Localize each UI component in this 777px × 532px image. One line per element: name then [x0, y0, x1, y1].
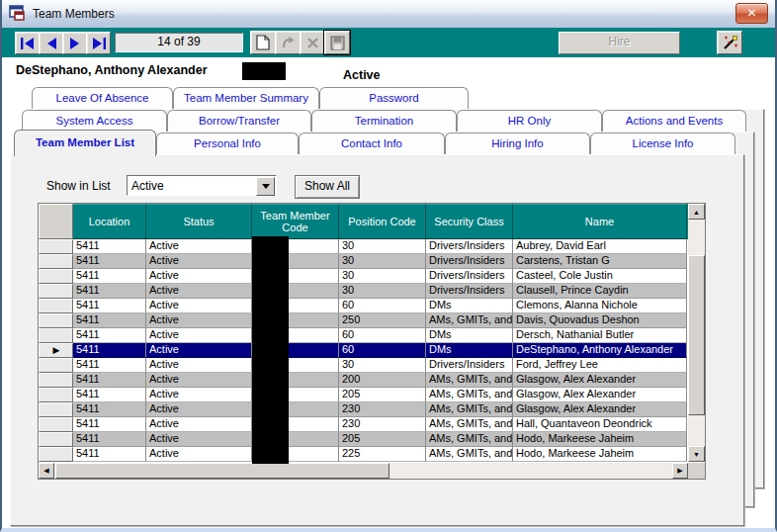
grid-cell[interactable]: 250 — [339, 313, 426, 328]
grid-cell[interactable]: 230 — [339, 402, 426, 417]
tab-leave-of-absence[interactable]: Leave Of Absence — [32, 87, 173, 109]
row-selector[interactable] — [39, 417, 73, 432]
row-selector[interactable] — [39, 358, 73, 373]
grid-cell[interactable]: Glasgow, Alex Alexander — [513, 388, 687, 402]
grid-cell[interactable]: 5411 — [73, 388, 146, 402]
grid-cell[interactable]: Active — [146, 447, 252, 462]
table-row[interactable]: 5411Active30Drivers/InsidersClausell, Pr… — [39, 284, 688, 299]
table-row[interactable]: 5411Active250AMs, GMITs, and SDavis, Quo… — [39, 313, 688, 328]
grid-cell[interactable]: 30 — [339, 254, 426, 269]
tab-contact-info[interactable]: Contact Info — [299, 133, 445, 154]
row-selector[interactable] — [39, 254, 73, 269]
grid-cell[interactable]: 5411 — [73, 254, 146, 269]
grid-cell[interactable]: 30 — [339, 358, 426, 373]
grid-cell[interactable]: Active — [146, 239, 252, 254]
row-selector[interactable] — [39, 284, 73, 299]
new-record-button[interactable] — [250, 31, 276, 54]
tab-team-member-list[interactable]: Team Member List — [14, 130, 156, 156]
row-selector[interactable] — [39, 328, 73, 343]
table-row[interactable]: 5411Active205AMs, GMITs, and SGlasgow, A… — [39, 388, 688, 402]
tab-termination[interactable]: Termination — [311, 110, 457, 132]
scroll-left-icon[interactable]: ◀ — [39, 463, 54, 479]
grid-cell[interactable]: 5411 — [73, 269, 146, 284]
next-record-button[interactable] — [62, 32, 87, 54]
table-row[interactable]: 5411Active225AMs, GMITs, and SHodo, Mark… — [39, 447, 688, 462]
grid-cell[interactable]: Hodo, Markeese Jaheim — [513, 447, 687, 462]
close-button[interactable]: ✕ — [735, 3, 768, 24]
grid-cell[interactable]: 5411 — [73, 299, 146, 313]
row-selector[interactable]: ▶ — [39, 343, 73, 358]
grid-cell[interactable]: Active — [146, 343, 252, 358]
grid-header-status[interactable]: Status — [146, 204, 252, 239]
tab-personal-info[interactable]: Personal Info — [156, 133, 299, 154]
first-record-button[interactable] — [15, 32, 40, 54]
row-selector[interactable] — [39, 447, 73, 462]
grid-cell[interactable]: Clemons, Alanna Nichole — [513, 299, 687, 313]
tab-hr-only[interactable]: HR Only — [457, 110, 602, 132]
grid-cell[interactable]: DMs — [426, 299, 513, 313]
grid-cell[interactable]: Casteel, Cole Justin — [513, 269, 687, 284]
horizontal-scroll-thumb[interactable] — [55, 463, 389, 479]
grid-cell[interactable]: 60 — [339, 328, 426, 343]
grid-cell[interactable]: 225 — [339, 447, 426, 462]
grid-cell[interactable]: 5411 — [73, 358, 146, 373]
row-selector[interactable] — [39, 239, 73, 254]
table-row[interactable]: 5411Active60DMsDersch, Nathanial Butler — [39, 328, 688, 343]
row-selector[interactable] — [39, 388, 73, 402]
grid-cell[interactable]: 5411 — [73, 284, 146, 299]
grid-cell[interactable]: 230 — [339, 417, 426, 432]
undo-button[interactable] — [275, 31, 301, 54]
row-selector[interactable] — [39, 402, 73, 417]
grid-cell[interactable]: AMs, GMITs, and S — [426, 402, 513, 417]
grid-cell[interactable]: Glasgow, Alex Alexander — [513, 373, 687, 388]
tab-hiring-info[interactable]: Hiring Info — [445, 133, 590, 154]
grid-header-name[interactable]: Name — [513, 204, 687, 239]
grid-cell[interactable]: AMs, GMITs, and S — [426, 388, 513, 402]
grid-cell[interactable]: Active — [146, 254, 252, 269]
grid-header-location[interactable]: Location — [73, 204, 146, 239]
vertical-scroll-thumb[interactable] — [688, 255, 705, 415]
grid-cell[interactable]: 30 — [339, 284, 426, 299]
grid-cell[interactable]: Active — [146, 284, 252, 299]
grid-cell[interactable]: Drivers/Insiders — [426, 358, 513, 373]
table-row[interactable]: 5411Active60DMsClemons, Alanna Nichole — [39, 299, 688, 313]
row-selector[interactable] — [39, 299, 73, 313]
grid-cell[interactable]: 30 — [339, 269, 426, 284]
grid-cell[interactable]: Ford, Jeffrey Lee — [513, 358, 687, 373]
grid-cell[interactable]: 5411 — [73, 447, 146, 462]
show-in-list-dropdown[interactable]: Active — [127, 175, 277, 196]
grid-cell[interactable]: AMs, GMITs, and S — [426, 432, 513, 447]
grid-cell[interactable]: Active — [146, 328, 252, 343]
grid-cell[interactable]: Carstens, Tristan G — [513, 254, 687, 269]
table-row[interactable]: 5411Active30Drivers/InsidersAubrey, Davi… — [39, 239, 688, 254]
grid-cell[interactable]: Active — [146, 373, 252, 388]
grid-cell[interactable]: Glasgow, Alex Alexander — [513, 402, 687, 417]
grid-header-team-member-code[interactable]: Team Member Code — [252, 204, 339, 239]
table-row[interactable]: 5411Active205AMs, GMITs, and SHodo, Mark… — [39, 432, 688, 447]
grid-cell[interactable]: Active — [146, 299, 252, 313]
tab-borrow-transfer[interactable]: Borrow/Transfer — [167, 110, 311, 132]
grid-cell[interactable]: 205 — [339, 432, 426, 447]
tab-actions-and-events[interactable]: Actions and Events — [602, 110, 746, 132]
horizontal-scrollbar[interactable]: ◀ ▶ — [39, 463, 688, 479]
row-selector[interactable] — [39, 373, 73, 388]
table-row[interactable]: 5411Active30Drivers/InsidersCarstens, Tr… — [39, 254, 688, 269]
grid-cell[interactable]: DMs — [426, 328, 513, 343]
grid-cell[interactable]: Drivers/Insiders — [426, 254, 513, 269]
grid-cell[interactable]: 30 — [339, 239, 426, 254]
grid-cell[interactable]: 5411 — [73, 328, 146, 343]
grid-cell[interactable]: 200 — [339, 373, 426, 388]
grid-cell[interactable]: Hall, Quantaveon Deondrick — [513, 417, 687, 432]
scroll-up-icon[interactable]: ▲ — [688, 204, 705, 220]
grid-cell[interactable]: 5411 — [73, 343, 146, 358]
table-row[interactable]: 5411Active230AMs, GMITs, and SGlasgow, A… — [39, 402, 688, 417]
grid-cell[interactable]: Active — [146, 417, 252, 432]
save-record-button[interactable] — [324, 31, 350, 54]
scroll-down-icon[interactable]: ▼ — [688, 446, 705, 462]
hire-button[interactable]: Hire — [559, 32, 680, 54]
grid-cell[interactable]: AMs, GMITs, and S — [426, 313, 513, 328]
grid-cell[interactable]: Dersch, Nathanial Butler — [513, 328, 687, 343]
table-row[interactable]: ▶5411Active60DMsDeStephano, Anthony Alex… — [39, 343, 688, 358]
show-all-button[interactable]: Show All — [295, 175, 360, 199]
previous-record-button[interactable] — [39, 32, 63, 54]
